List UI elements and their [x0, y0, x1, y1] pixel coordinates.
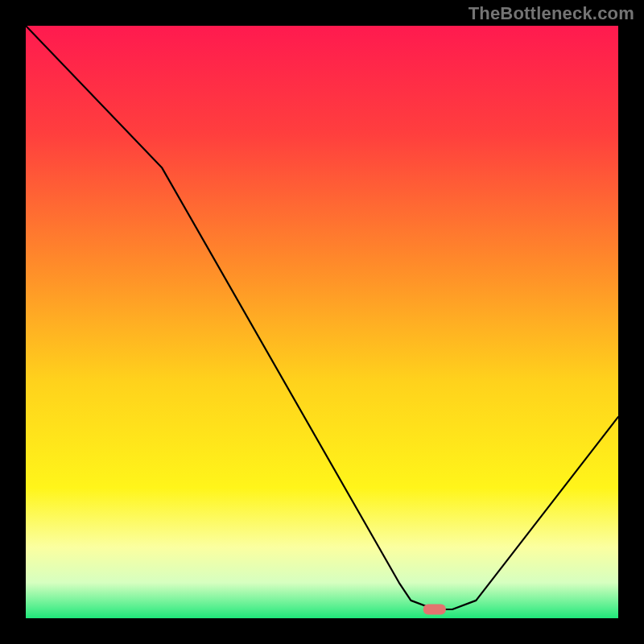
chart-canvas — [26, 26, 618, 618]
chart-background — [26, 26, 618, 618]
chart-frame: TheBottleneck.com — [0, 0, 644, 644]
optimal-marker — [423, 605, 446, 615]
watermark-label: TheBottleneck.com — [469, 3, 634, 24]
